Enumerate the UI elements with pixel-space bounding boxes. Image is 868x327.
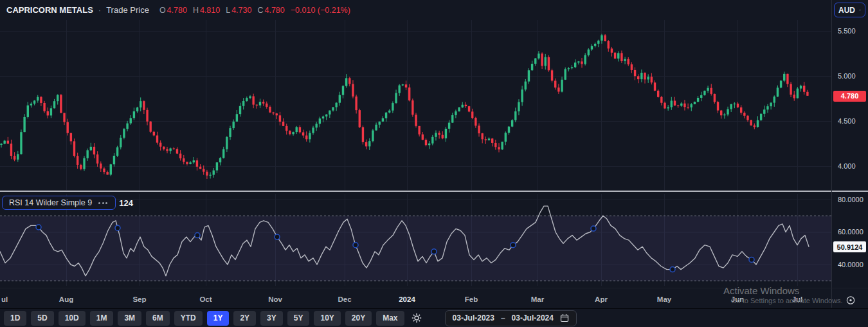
rsi-marker: [749, 257, 754, 262]
calendar-icon: [560, 313, 569, 322]
range-button-5y[interactable]: 5Y: [287, 311, 310, 326]
axis-tick-label: 40.0000: [838, 261, 863, 268]
range-button-10y[interactable]: 10Y: [314, 311, 340, 326]
range-settings-button[interactable]: [410, 312, 423, 324]
chevron-down-icon: [859, 8, 861, 12]
range-button-max[interactable]: Max: [376, 311, 404, 326]
last-price-badge: 4.780: [833, 91, 866, 102]
rsi-legend: RSI 14 Wilder Simple 9 124: [2, 196, 133, 210]
time-axis-label: Nov: [268, 295, 282, 303]
range-button-6m[interactable]: 6M: [146, 311, 170, 326]
ohlc-field: L4.730: [226, 6, 251, 15]
ohlc-field: H4.810: [193, 6, 220, 15]
timeline-settings-button[interactable]: [842, 293, 860, 308]
rsi-value: 124: [119, 198, 133, 208]
time-axis-label: Apr: [595, 295, 608, 303]
date-range-separator: –: [501, 313, 505, 322]
range-button-5d[interactable]: 5D: [31, 311, 53, 326]
series-type-label: Trade Price: [106, 5, 149, 15]
price-change: −0.010 (−0.21%): [291, 6, 350, 15]
axis-tick-label: 4.500: [838, 117, 856, 125]
range-button-10d[interactable]: 10D: [59, 311, 86, 326]
range-button-1d[interactable]: 1D: [4, 311, 26, 326]
range-button-3m[interactable]: 3M: [118, 311, 141, 326]
time-axis-label: May: [657, 295, 671, 303]
axis-tick-label: 80.0000: [838, 196, 863, 203]
range-button-20y[interactable]: 20Y: [345, 311, 372, 326]
time-axis-label: ul: [1, 295, 8, 303]
candlestick-series: [0, 34, 808, 179]
axis-tick-label: 4.000: [838, 162, 856, 170]
ohlc-values: O4.780H4.810L4.730C4.780−0.010 (−0.21%): [159, 6, 350, 15]
chart-legend: CAPRICORN METALS · Trade Price O4.780H4.…: [6, 5, 350, 15]
range-buttons: 1D5D10D1M3M6MYTD1Y2Y3Y5Y10Y20YMax: [4, 311, 404, 326]
date-from[interactable]: 03-Jul-2023: [453, 313, 494, 322]
date-range-picker[interactable]: 03-Jul-2023 – 03-Jul-2024: [445, 310, 577, 326]
time-axis-label: 2024: [399, 295, 415, 303]
currency-dropdown[interactable]: AUD: [834, 3, 865, 17]
axis-tick-label: 60.0000: [838, 228, 863, 236]
rsi-marker: [431, 249, 437, 254]
time-axis-label: Aug: [59, 295, 73, 303]
rsi-marker: [353, 243, 358, 248]
gear-icon: [845, 295, 856, 306]
gear-icon: [411, 313, 422, 323]
bottom-toolbar: 1D5D10D1M3M6MYTD1Y2Y3Y5Y10Y20YMax 03-Jul…: [0, 308, 868, 327]
rsi-marker: [591, 226, 596, 231]
axis-tick-label: 5.000: [838, 72, 856, 80]
time-axis-label: Feb: [465, 295, 478, 303]
legend-separator: ·: [98, 5, 101, 15]
rsi-marker: [115, 225, 120, 230]
rsi-marker: [36, 225, 41, 230]
time-axis-label: Dec: [338, 295, 351, 303]
range-button-3y[interactable]: 3Y: [260, 311, 283, 326]
trading-chart-app: CAPRICORN METALS · Trade Price O4.780H4.…: [0, 0, 868, 327]
symbol-name[interactable]: CAPRICORN METALS: [6, 5, 93, 15]
rsi-indicator-chip[interactable]: RSI 14 Wilder Simple 9: [2, 196, 116, 210]
range-button-ytd[interactable]: YTD: [174, 311, 203, 326]
more-options-icon[interactable]: [97, 201, 109, 205]
time-axis-label: Mar: [531, 295, 544, 303]
chart-canvas[interactable]: [0, 0, 868, 327]
range-button-1y[interactable]: 1Y: [207, 311, 230, 326]
rsi-marker: [275, 234, 280, 239]
rsi-value-badge: 50.9124: [833, 241, 866, 252]
rsi-marker: [511, 243, 516, 248]
axis-tick-label: 5.500: [838, 27, 856, 35]
rsi-title: RSI 14 Wilder Simple 9: [9, 198, 92, 207]
date-to[interactable]: 03-Jul-2024: [512, 313, 554, 322]
time-axis-label: Oct: [199, 295, 212, 303]
rsi-marker: [670, 267, 675, 272]
time-axis-label: Jul: [792, 295, 803, 303]
range-button-2y[interactable]: 2Y: [233, 311, 256, 326]
rsi-band: [0, 216, 831, 281]
time-axis-label: Jun: [731, 295, 744, 303]
pane-separator: [0, 191, 868, 192]
currency-label: AUD: [838, 6, 855, 15]
ohlc-field: C4.780: [257, 6, 284, 15]
ohlc-field: O4.780: [159, 6, 187, 15]
rsi-marker: [195, 233, 200, 238]
time-axis-label: Sep: [132, 295, 146, 303]
range-button-1m[interactable]: 1M: [90, 311, 114, 326]
